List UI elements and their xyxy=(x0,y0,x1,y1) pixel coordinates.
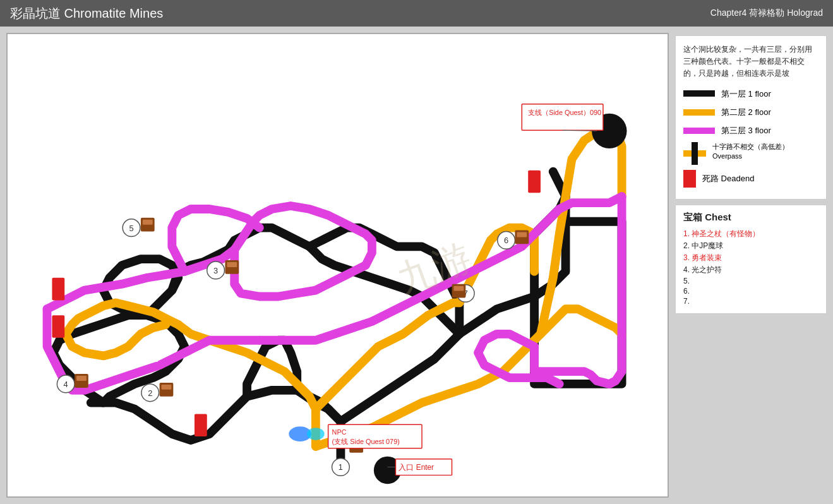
map-container: 1 2 3 4 5 6 7 xyxy=(6,33,669,498)
chest-title: 宝箱 Chest xyxy=(683,212,818,224)
floor3-color xyxy=(683,128,715,134)
floor2-color xyxy=(683,109,715,116)
legend-description: 这个洞比较复杂，一共有三层，分别用三种颜色代表。十字一般都是不相交的，只是跨越，… xyxy=(683,44,818,80)
svg-text:5: 5 xyxy=(129,224,133,233)
svg-rect-8 xyxy=(143,220,153,225)
deadend-2 xyxy=(52,278,64,301)
legend-deadend: 死路 Deadend xyxy=(683,170,818,188)
svg-text:6: 6 xyxy=(504,236,508,245)
svg-rect-18 xyxy=(453,286,464,291)
overpass-icon xyxy=(683,142,706,165)
svg-rect-14 xyxy=(76,376,87,381)
svg-rect-16 xyxy=(517,232,527,237)
svg-text:1: 1 xyxy=(339,462,343,472)
svg-text:入口 Enter: 入口 Enter xyxy=(399,463,434,472)
npc-glow xyxy=(307,428,325,440)
deadend-1 xyxy=(52,315,64,338)
legend-floor3: 第三层 3 floor xyxy=(683,123,818,138)
chest-item-2: 2. 中JP魔球 xyxy=(683,241,818,251)
chest-item-6: 6. xyxy=(683,287,818,296)
floor2-label: 第二层 2 floor xyxy=(721,105,771,119)
svg-rect-12 xyxy=(162,385,172,390)
legend-box: 这个洞比较复杂，一共有三层，分别用三种颜色代表。十字一般都是不相交的，只是跨越，… xyxy=(675,35,827,200)
page-title: 彩晶坑道 Chromatite Mines xyxy=(10,5,710,22)
svg-text:3: 3 xyxy=(213,266,218,275)
deadend-icon xyxy=(683,170,696,188)
chest-item-3: 3. 勇者装束 xyxy=(683,253,818,263)
svg-text:支线（Side Quest）090: 支线（Side Quest）090 xyxy=(528,109,601,116)
main-content: 1 2 3 4 5 6 7 xyxy=(0,27,833,504)
legend-floor2: 第二层 2 floor xyxy=(683,105,818,119)
deadend-3 xyxy=(528,171,541,193)
chapter-label: Chapter4 荷禄格勒 Holograd xyxy=(710,8,823,19)
sidebar: 这个洞比较复杂，一共有三层，分别用三种颜色代表。十字一般都是不相交的，只是跨越，… xyxy=(675,33,827,498)
overpass-label: 十字路不相交（高低差）Overpass xyxy=(712,142,818,162)
svg-rect-33 xyxy=(692,150,698,157)
deadend-4 xyxy=(195,414,207,436)
svg-text:2: 2 xyxy=(148,388,152,398)
svg-text:(支线 Side Quest 079): (支线 Side Quest 079) xyxy=(332,438,400,445)
svg-text:NPC: NPC xyxy=(332,428,347,436)
floor1-label: 第一层 1 floor xyxy=(721,87,771,101)
chest-item-1: 1. 神圣之杖（有怪物） xyxy=(683,229,818,239)
chest-item-4: 4. 光之护符 xyxy=(683,265,818,275)
chest-item-7: 7. xyxy=(683,297,818,306)
legend-floor1: 第一层 1 floor xyxy=(683,87,818,101)
chest-item-5: 5. xyxy=(683,277,818,285)
svg-text:4: 4 xyxy=(64,380,68,389)
legend-overpass: 十字路不相交（高低差）Overpass xyxy=(683,142,818,165)
deadend-label: 死路 Deadend xyxy=(702,171,754,186)
map-svg: 1 2 3 4 5 6 7 xyxy=(8,34,668,496)
floor3-label: 第三层 3 floor xyxy=(721,123,771,138)
svg-rect-10 xyxy=(227,262,237,267)
chest-box: 宝箱 Chest 1. 神圣之杖（有怪物） 2. 中JP魔球 3. 勇者装束 4… xyxy=(675,205,827,314)
floor1-color xyxy=(683,90,715,97)
header: 彩晶坑道 Chromatite Mines Chapter4 荷禄格勒 Holo… xyxy=(0,0,833,27)
